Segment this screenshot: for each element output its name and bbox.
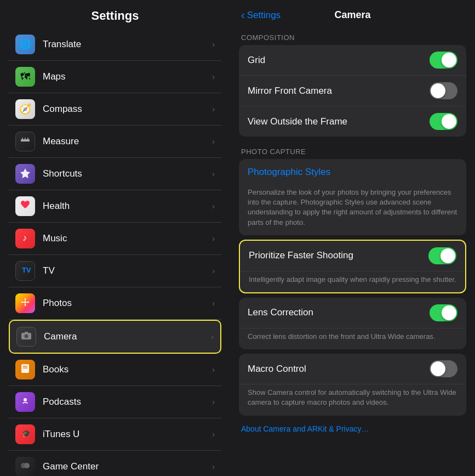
- prioritize-faster-shooting-row[interactable]: Prioritize Faster Shooting: [240, 241, 465, 271]
- grid-toggle[interactable]: [430, 52, 457, 69]
- camera-icon: [16, 327, 36, 347]
- tv-icon: TV: [15, 261, 35, 281]
- podcasts-icon: [15, 392, 35, 412]
- svg-point-22: [24, 463, 30, 468]
- photo-capture-section-label: PHOTO CAPTURE: [230, 141, 475, 159]
- settings-left-panel: Settings 🌐Translate›🗺Maps›🧭Compass›Measu…: [0, 0, 230, 476]
- photos-icon-glyph: [20, 297, 31, 310]
- books-chevron-icon: ›: [212, 365, 215, 374]
- compass-chevron-icon: ›: [212, 105, 215, 114]
- prioritize-faster-shooting-toggle[interactable]: [428, 247, 456, 264]
- photographic-styles-row[interactable]: Photographic Styles: [239, 159, 466, 185]
- maps-icon-glyph: 🗺: [20, 71, 30, 83]
- sidebar-item-books[interactable]: Books›: [9, 354, 221, 386]
- tv-chevron-icon: ›: [212, 267, 215, 275]
- prioritize-toggle-knob: [440, 248, 455, 263]
- svg-marker-4: [20, 168, 30, 178]
- svg-point-19: [24, 398, 27, 401]
- settings-title: Settings: [11, 9, 219, 23]
- sidebar-item-translate[interactable]: 🌐Translate›: [9, 29, 221, 61]
- sidebar-item-camera[interactable]: Camera›: [9, 320, 221, 354]
- shortcuts-label: Shortcuts: [43, 168, 212, 179]
- photographic-styles-label: Photographic Styles: [248, 167, 330, 178]
- sidebar-item-measure[interactable]: Measure›: [9, 126, 221, 158]
- translate-chevron-icon: ›: [212, 40, 215, 49]
- measure-label: Measure: [43, 136, 212, 147]
- maps-icon: 🗺: [15, 67, 35, 87]
- photographic-styles-description: Personalize the look of your photos by b…: [239, 185, 466, 235]
- sidebar-item-music[interactable]: ♪Music›: [9, 223, 221, 255]
- mirror-front-camera-label: Mirror Front Camera: [248, 86, 430, 97]
- translate-icon-glyph: 🌐: [19, 38, 31, 50]
- game-center-icon-glyph: [20, 460, 31, 474]
- macro-control-knob: [431, 361, 445, 376]
- prioritize-faster-shooting-description: Intelligently adapt image quality when r…: [240, 271, 465, 292]
- lens-correction-card: Lens Correction Correct lens distortion …: [239, 298, 466, 349]
- itunes-u-label: iTunes U: [43, 429, 212, 440]
- compass-label: Compass: [43, 104, 212, 115]
- shortcuts-icon: [15, 164, 35, 184]
- photographic-styles-card: Photographic Styles Personalize the look…: [239, 159, 466, 235]
- shortcuts-chevron-icon: ›: [212, 169, 215, 178]
- lens-correction-knob: [442, 305, 456, 320]
- mirror-front-camera-row[interactable]: Mirror Front Camera: [239, 76, 466, 106]
- measure-icon: [15, 132, 35, 151]
- health-label: Health: [43, 201, 212, 212]
- books-label: Books: [43, 364, 212, 375]
- sidebar-item-health[interactable]: Health›: [9, 190, 221, 223]
- sidebar-item-podcasts[interactable]: Podcasts›: [9, 386, 221, 418]
- svg-point-14: [25, 335, 28, 337]
- books-icon: [15, 360, 35, 379]
- macro-control-row[interactable]: Macro Control: [239, 354, 466, 384]
- mirror-toggle-knob: [431, 83, 445, 98]
- back-chevron-icon: ‹: [241, 9, 245, 21]
- translate-label: Translate: [43, 39, 212, 50]
- mirror-front-camera-toggle[interactable]: [430, 82, 457, 99]
- back-button[interactable]: ‹ Settings: [241, 9, 281, 21]
- sidebar-item-game-center[interactable]: Game Center›: [9, 451, 221, 476]
- back-label: Settings: [247, 10, 281, 21]
- sidebar-item-itunes-u[interactable]: 🎓iTunes U›: [9, 418, 221, 451]
- game-center-chevron-icon: ›: [212, 462, 215, 471]
- maps-chevron-icon: ›: [212, 72, 215, 81]
- about-camera-link[interactable]: About Camera and ARKit & Privacy…: [230, 417, 475, 441]
- camera-settings-panel: ‹ Settings Camera COMPOSITION Grid Mirro…: [230, 0, 475, 476]
- photos-label: Photos: [43, 298, 212, 309]
- podcasts-icon-glyph: [20, 395, 31, 409]
- macro-control-description: Show Camera control for automatically sw…: [239, 384, 466, 415]
- lens-correction-description: Correct lens distortion on the front and…: [239, 328, 466, 349]
- sidebar-item-tv[interactable]: TVTV›: [9, 255, 221, 287]
- measure-icon-glyph: [20, 135, 31, 149]
- svg-text:♪: ♪: [22, 233, 27, 242]
- settings-list: 🌐Translate›🗺Maps›🧭Compass›Measure›Shortc…: [0, 29, 230, 476]
- sidebar-item-maps[interactable]: 🗺Maps›: [9, 61, 221, 93]
- composition-section-label: COMPOSITION: [230, 27, 475, 45]
- translate-icon: 🌐: [15, 35, 35, 54]
- sidebar-item-photos[interactable]: Photos›: [9, 287, 221, 320]
- svg-rect-15: [25, 332, 28, 333]
- podcasts-label: Podcasts: [43, 396, 212, 407]
- compass-icon-glyph: 🧭: [19, 103, 31, 115]
- lens-correction-row[interactable]: Lens Correction: [239, 298, 466, 328]
- sidebar-item-compass[interactable]: 🧭Compass›: [9, 93, 221, 126]
- music-chevron-icon: ›: [212, 234, 215, 243]
- svg-rect-16: [21, 364, 29, 373]
- lens-correction-toggle[interactable]: [430, 304, 457, 321]
- tv-label: TV: [43, 265, 212, 276]
- grid-row[interactable]: Grid: [239, 45, 466, 76]
- books-icon-glyph: [20, 363, 31, 377]
- prioritize-faster-shooting-label: Prioritize Faster Shooting: [249, 250, 428, 261]
- itunes-u-chevron-icon: ›: [212, 430, 215, 439]
- itunes-u-icon: 🎓: [15, 424, 35, 444]
- view-outside-toggle-knob: [442, 114, 456, 129]
- sidebar-item-shortcuts[interactable]: Shortcuts›: [9, 158, 221, 190]
- view-outside-frame-toggle[interactable]: [430, 113, 457, 130]
- lens-correction-label: Lens Correction: [248, 307, 430, 318]
- photos-icon: [15, 293, 35, 313]
- compass-icon: 🧭: [15, 99, 35, 119]
- music-icon: ♪: [15, 229, 35, 248]
- camera-chevron-icon: ›: [211, 332, 214, 341]
- view-outside-frame-row[interactable]: View Outside the Frame: [239, 106, 466, 137]
- macro-control-toggle[interactable]: [430, 360, 457, 377]
- composition-card: Grid Mirror Front Camera View Outside th…: [239, 45, 466, 137]
